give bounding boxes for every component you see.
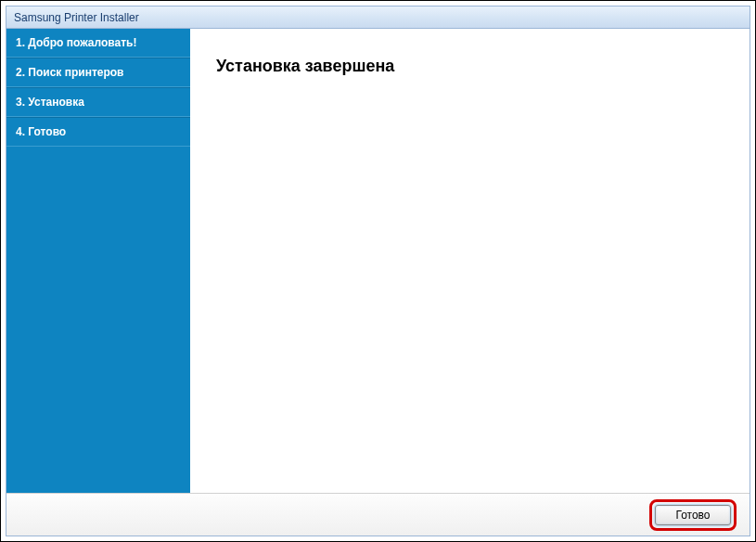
sidebar-step-label: 3. Установка [16, 96, 84, 109]
titlebar: Samsung Printer Installer [6, 6, 750, 29]
content-area: 1. Добро пожаловать! 2. Поиск принтеров … [6, 29, 750, 493]
outer-container: Samsung Printer Installer 1. Добро пожал… [0, 0, 756, 542]
sidebar-step-install: 3. Установка [6, 87, 190, 117]
sidebar-step-label: 1. Добро пожаловать! [16, 36, 136, 49]
window-title: Samsung Printer Installer [14, 11, 139, 24]
done-button[interactable]: Готово [655, 505, 731, 525]
sidebar-step-search-printers: 2. Поиск принтеров [6, 58, 190, 87]
main-panel: Установка завершена [190, 29, 750, 493]
main-heading: Установка завершена [216, 57, 724, 76]
sidebar-step-label: 4. Готово [16, 125, 66, 138]
sidebar-step-done: 4. Готово [6, 117, 190, 147]
sidebar-step-label: 2. Поиск принтеров [16, 66, 123, 79]
footer: Готово [6, 493, 750, 536]
sidebar: 1. Добро пожаловать! 2. Поиск принтеров … [6, 29, 190, 493]
sidebar-step-welcome: 1. Добро пожаловать! [6, 29, 190, 58]
installer-window: Samsung Printer Installer 1. Добро пожал… [6, 6, 750, 536]
highlight-ring: Готово [649, 499, 737, 531]
